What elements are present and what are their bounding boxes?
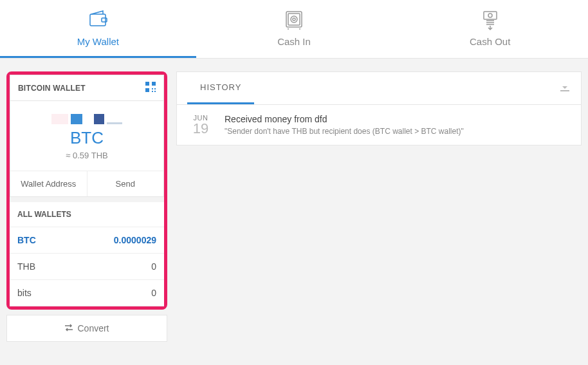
swap-icon — [64, 323, 73, 333]
nav-tab-my-wallet[interactable]: My Wallet — [0, 0, 196, 58]
nav-label-cash-in: Cash In — [277, 36, 311, 47]
cash-out-icon — [477, 6, 503, 32]
convert-button[interactable]: Convert — [6, 315, 167, 342]
svg-rect-0 — [90, 14, 106, 26]
wallet-row-bits[interactable]: bits 0 — [10, 280, 164, 306]
download-icon[interactable] — [559, 81, 571, 95]
send-button[interactable]: Send — [87, 171, 164, 196]
svg-rect-8 — [145, 82, 149, 86]
main-currency-label: BTC — [17, 128, 157, 148]
convert-label: Convert — [77, 323, 109, 333]
wallet-row-value: 0.0000029 — [114, 235, 156, 245]
history-item[interactable]: JUN 19 Received money from dfd "Sender d… — [177, 105, 581, 145]
nav-label-cash-out: Cash Out — [470, 36, 510, 47]
svg-rect-1 — [102, 18, 107, 22]
svg-point-4 — [291, 16, 297, 23]
history-tab[interactable]: HISTORY — [187, 72, 254, 104]
history-item-title: Received money from dfd — [225, 114, 568, 124]
nav-tab-cash-out[interactable]: Cash Out — [392, 0, 588, 58]
svg-rect-13 — [152, 91, 153, 92]
svg-point-7 — [488, 14, 492, 17]
highlighted-wallet-area: BITCOIN WALLET BTC ≈ 0.59 THB — [6, 71, 167, 310]
nav-label-my-wallet: My Wallet — [77, 36, 119, 47]
wallet-icon — [85, 6, 111, 32]
all-wallets-title: ALL WALLETS — [10, 197, 164, 227]
safe-icon — [281, 6, 307, 32]
svg-rect-6 — [484, 12, 497, 19]
wallet-row-name: BTC — [17, 235, 36, 245]
wallet-row-btc[interactable]: BTC 0.0000029 — [10, 227, 164, 254]
svg-point-5 — [293, 18, 295, 21]
history-item-day: 19 — [190, 122, 212, 136]
wallet-row-value: 0 — [151, 288, 156, 298]
history-item-desc: "Sender don't have THB but recipient doe… — [225, 127, 568, 136]
redacted-balance — [17, 114, 157, 124]
wallet-row-name: THB — [17, 261, 35, 272]
wallet-address-button[interactable]: Wallet Address — [10, 171, 87, 196]
wallet-row-value: 0 — [151, 261, 156, 272]
svg-rect-11 — [152, 88, 153, 89]
wallet-row-name: bits — [17, 288, 32, 298]
qr-code-icon[interactable] — [145, 82, 156, 94]
svg-rect-3 — [288, 14, 300, 25]
approx-value: ≈ 0.59 THB — [17, 151, 157, 160]
wallet-row-thb[interactable]: THB 0 — [10, 254, 164, 280]
top-nav: My Wallet Cash In Cash Out — [0, 0, 588, 59]
bitcoin-wallet-title: BITCOIN WALLET — [18, 84, 86, 93]
svg-rect-14 — [154, 91, 156, 92]
svg-rect-12 — [154, 88, 156, 89]
svg-rect-9 — [152, 82, 156, 86]
nav-tab-cash-in[interactable]: Cash In — [196, 0, 392, 58]
svg-rect-10 — [145, 88, 149, 92]
